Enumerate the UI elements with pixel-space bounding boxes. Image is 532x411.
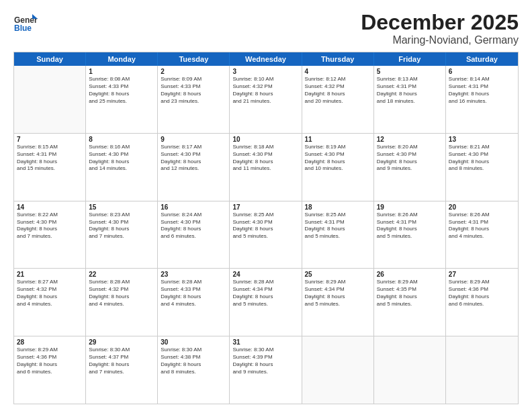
- cell-info: Sunrise: 8:28 AM Sunset: 4:32 PM Dayligh…: [89, 279, 154, 308]
- day-number: 20: [449, 203, 515, 211]
- cell-info: Sunrise: 8:13 AM Sunset: 4:31 PM Dayligh…: [377, 76, 443, 105]
- cell-info: Sunrise: 8:26 AM Sunset: 4:31 PM Dayligh…: [449, 212, 515, 240]
- cal-cell: [374, 336, 446, 404]
- cal-cell: 17Sunrise: 8:25 AM Sunset: 4:30 PM Dayli…: [230, 201, 302, 269]
- logo-icon: GeneralBlue: [13, 11, 38, 35]
- logo: GeneralBlue: [13, 11, 40, 35]
- day-number: 28: [17, 338, 83, 346]
- title-month: December 2025: [361, 11, 519, 34]
- cal-cell: 22Sunrise: 8:28 AM Sunset: 4:32 PM Dayli…: [86, 269, 158, 336]
- day-number: 2: [161, 68, 226, 75]
- day-number: 23: [161, 271, 226, 278]
- day-number: 25: [305, 271, 371, 278]
- cell-info: Sunrise: 8:29 AM Sunset: 4:34 PM Dayligh…: [305, 279, 371, 308]
- calendar: SundayMondayTuesdayWednesdayThursdayFrid…: [13, 52, 519, 404]
- cal-cell: 8Sunrise: 8:16 AM Sunset: 4:30 PM Daylig…: [86, 134, 158, 201]
- calendar-header: SundayMondayTuesdayWednesdayThursdayFrid…: [14, 52, 518, 66]
- cal-cell: 19Sunrise: 8:26 AM Sunset: 4:31 PM Dayli…: [374, 201, 446, 269]
- cal-cell: [446, 336, 518, 404]
- cal-cell: 1Sunrise: 8:08 AM Sunset: 4:33 PM Daylig…: [86, 66, 158, 133]
- header-day-monday: Monday: [86, 52, 158, 66]
- cell-info: Sunrise: 8:28 AM Sunset: 4:34 PM Dayligh…: [232, 279, 298, 308]
- day-number: 6: [449, 68, 515, 75]
- header-day-saturday: Saturday: [446, 52, 518, 66]
- cell-info: Sunrise: 8:23 AM Sunset: 4:30 PM Dayligh…: [89, 212, 154, 240]
- cell-info: Sunrise: 8:29 AM Sunset: 4:36 PM Dayligh…: [449, 279, 515, 308]
- cal-cell: 24Sunrise: 8:28 AM Sunset: 4:34 PM Dayli…: [230, 269, 302, 336]
- cal-cell: 2Sunrise: 8:09 AM Sunset: 4:33 PM Daylig…: [158, 66, 230, 133]
- cell-info: Sunrise: 8:30 AM Sunset: 4:38 PM Dayligh…: [161, 347, 226, 375]
- day-number: 14: [17, 203, 83, 211]
- cell-info: Sunrise: 8:27 AM Sunset: 4:32 PM Dayligh…: [17, 279, 83, 308]
- day-number: 15: [89, 203, 154, 211]
- cell-info: Sunrise: 8:30 AM Sunset: 4:39 PM Dayligh…: [232, 347, 298, 375]
- cell-info: Sunrise: 8:21 AM Sunset: 4:30 PM Dayligh…: [449, 144, 515, 173]
- cell-info: Sunrise: 8:22 AM Sunset: 4:30 PM Dayligh…: [17, 212, 83, 240]
- cal-cell: [14, 66, 86, 133]
- day-number: 30: [161, 338, 226, 346]
- week-row-3: 14Sunrise: 8:22 AM Sunset: 4:30 PM Dayli…: [14, 201, 518, 269]
- cal-cell: 29Sunrise: 8:30 AM Sunset: 4:37 PM Dayli…: [86, 336, 158, 404]
- header-day-thursday: Thursday: [302, 52, 374, 66]
- cell-info: Sunrise: 8:29 AM Sunset: 4:35 PM Dayligh…: [377, 279, 443, 308]
- cal-cell: 12Sunrise: 8:20 AM Sunset: 4:30 PM Dayli…: [374, 134, 446, 201]
- day-number: 4: [305, 68, 371, 75]
- cal-cell: 3Sunrise: 8:10 AM Sunset: 4:32 PM Daylig…: [230, 66, 302, 133]
- cal-cell: 4Sunrise: 8:12 AM Sunset: 4:32 PM Daylig…: [302, 66, 374, 133]
- cal-cell: 26Sunrise: 8:29 AM Sunset: 4:35 PM Dayli…: [374, 269, 446, 336]
- day-number: 16: [161, 203, 226, 211]
- day-number: 31: [232, 338, 298, 346]
- cal-cell: [302, 336, 374, 404]
- cal-cell: 27Sunrise: 8:29 AM Sunset: 4:36 PM Dayli…: [446, 269, 518, 336]
- header-day-friday: Friday: [374, 52, 446, 66]
- title-location: Maring-Noviand, Germany: [361, 34, 519, 46]
- cal-cell: 28Sunrise: 8:29 AM Sunset: 4:36 PM Dayli…: [14, 336, 86, 404]
- day-number: 19: [377, 203, 443, 211]
- cal-cell: 7Sunrise: 8:15 AM Sunset: 4:31 PM Daylig…: [14, 134, 86, 201]
- cal-cell: 20Sunrise: 8:26 AM Sunset: 4:31 PM Dayli…: [446, 201, 518, 269]
- day-number: 27: [449, 271, 515, 278]
- day-number: 5: [377, 68, 443, 75]
- day-number: 18: [305, 203, 371, 211]
- cell-info: Sunrise: 8:10 AM Sunset: 4:32 PM Dayligh…: [232, 76, 298, 105]
- header-day-sunday: Sunday: [14, 52, 86, 66]
- day-number: 12: [377, 136, 443, 143]
- cal-cell: 21Sunrise: 8:27 AM Sunset: 4:32 PM Dayli…: [14, 269, 86, 336]
- day-number: 9: [161, 136, 226, 143]
- day-number: 7: [17, 136, 83, 143]
- cell-info: Sunrise: 8:09 AM Sunset: 4:33 PM Dayligh…: [161, 76, 226, 105]
- cell-info: Sunrise: 8:18 AM Sunset: 4:30 PM Dayligh…: [232, 144, 298, 173]
- cell-info: Sunrise: 8:12 AM Sunset: 4:32 PM Dayligh…: [305, 76, 371, 105]
- header-day-tuesday: Tuesday: [158, 52, 230, 66]
- cell-info: Sunrise: 8:30 AM Sunset: 4:37 PM Dayligh…: [89, 347, 154, 375]
- week-row-1: 1Sunrise: 8:08 AM Sunset: 4:33 PM Daylig…: [14, 66, 518, 133]
- cell-info: Sunrise: 8:24 AM Sunset: 4:30 PM Dayligh…: [161, 212, 226, 240]
- cell-info: Sunrise: 8:15 AM Sunset: 4:31 PM Dayligh…: [17, 144, 83, 173]
- cal-cell: 16Sunrise: 8:24 AM Sunset: 4:30 PM Dayli…: [158, 201, 230, 269]
- cell-info: Sunrise: 8:25 AM Sunset: 4:31 PM Dayligh…: [305, 212, 371, 240]
- cell-info: Sunrise: 8:20 AM Sunset: 4:30 PM Dayligh…: [377, 144, 443, 173]
- cal-cell: 9Sunrise: 8:17 AM Sunset: 4:30 PM Daylig…: [158, 134, 230, 201]
- day-number: 24: [232, 271, 298, 278]
- cell-info: Sunrise: 8:16 AM Sunset: 4:30 PM Dayligh…: [89, 144, 154, 173]
- day-number: 13: [449, 136, 515, 143]
- day-number: 3: [232, 68, 298, 75]
- day-number: 10: [232, 136, 298, 143]
- week-row-5: 28Sunrise: 8:29 AM Sunset: 4:36 PM Dayli…: [14, 336, 518, 404]
- title-block: December 2025 Maring-Noviand, Germany: [361, 11, 519, 46]
- cal-cell: 13Sunrise: 8:21 AM Sunset: 4:30 PM Dayli…: [446, 134, 518, 201]
- cal-cell: 31Sunrise: 8:30 AM Sunset: 4:39 PM Dayli…: [230, 336, 302, 404]
- cal-cell: 6Sunrise: 8:14 AM Sunset: 4:31 PM Daylig…: [446, 66, 518, 133]
- cell-info: Sunrise: 8:19 AM Sunset: 4:30 PM Dayligh…: [305, 144, 371, 173]
- header-day-wednesday: Wednesday: [230, 52, 302, 66]
- week-row-2: 7Sunrise: 8:15 AM Sunset: 4:31 PM Daylig…: [14, 133, 518, 201]
- header: GeneralBlue December 2025 Maring-Noviand…: [13, 11, 519, 46]
- cell-info: Sunrise: 8:25 AM Sunset: 4:30 PM Dayligh…: [232, 212, 298, 240]
- day-number: 8: [89, 136, 154, 143]
- day-number: 1: [89, 68, 154, 75]
- day-number: 22: [89, 271, 154, 278]
- day-number: 17: [232, 203, 298, 211]
- cal-cell: 15Sunrise: 8:23 AM Sunset: 4:30 PM Dayli…: [86, 201, 158, 269]
- cell-info: Sunrise: 8:29 AM Sunset: 4:36 PM Dayligh…: [17, 347, 83, 375]
- cal-cell: 10Sunrise: 8:18 AM Sunset: 4:30 PM Dayli…: [230, 134, 302, 201]
